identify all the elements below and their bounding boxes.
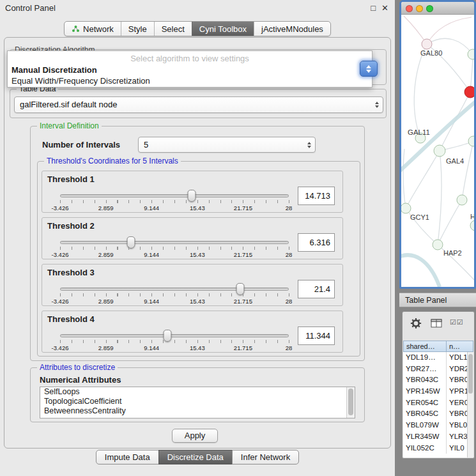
cell-shared-name[interactable]: YIL052C [403, 443, 447, 454]
float-window-icon[interactable]: □ [371, 3, 376, 13]
scale-label: 28 [286, 251, 293, 258]
list-scrollbar[interactable] [346, 387, 355, 418]
node-partial[interactable] [468, 49, 474, 59]
column-header-name[interactable]: n… [447, 341, 473, 352]
table-panel-bar[interactable]: Table Panel [399, 293, 476, 307]
table-row[interactable]: YDR27…YDR2 [403, 364, 473, 375]
threshold-3-box: Threshold 3 -3.426 2.859 9.144 15.43 21.… [42, 264, 343, 306]
list-scrollbar-thumb[interactable] [348, 388, 353, 415]
numerical-attributes-list[interactable]: SelfLoops TopologicalCoefficient Between… [40, 387, 355, 418]
cell-shared-name[interactable]: YDR27… [403, 364, 447, 375]
tab-impute-data[interactable]: Impute Data [96, 450, 159, 464]
table-row[interactable]: YBR045CYBR0 [403, 408, 473, 420]
node-partial[interactable] [457, 195, 467, 205]
tab-cyni-label: Cyni Toolbox [199, 24, 247, 34]
scale-label: 15.43 [190, 204, 205, 211]
table-row[interactable]: YER054CYER0 [403, 397, 473, 409]
cell-shared-name[interactable]: YPR145W [403, 386, 447, 397]
table-rows: YDL19…YDL1 YDR27…YDR2 YBR043CYBR0 YPR145… [403, 352, 473, 457]
scale-label: 9.144 [144, 344, 159, 351]
bottom-tab-bar: Impute Data Discretize Data Infer Networ… [0, 450, 395, 464]
gear-icon[interactable] [410, 318, 422, 329]
threshold-3-slider[interactable] [60, 288, 289, 291]
list-item[interactable]: TopologicalCoefficient [40, 397, 355, 406]
close-window-icon[interactable]: ✕ [381, 3, 388, 13]
table-row[interactable]: YLR345WYLR3 [403, 431, 473, 443]
node-label-partial: H [470, 213, 474, 220]
node-selected-red[interactable] [464, 86, 474, 98]
scale-label: 21.715 [234, 344, 252, 351]
list-item[interactable]: SelfLoops [40, 387, 355, 397]
tab-select[interactable]: Select [154, 22, 192, 36]
tab-infer-network[interactable]: Infer Network [232, 450, 299, 464]
tab-style-label: Style [128, 24, 147, 34]
cell-shared-name[interactable]: YBR045C [403, 408, 447, 420]
row-select-icons[interactable]: ☑☑ [450, 318, 464, 326]
node-label-gal4: GAL4 [446, 157, 464, 165]
tab-jactivemnodules[interactable]: jActiveMNodules [254, 22, 330, 36]
threshold-4-value-field[interactable] [298, 326, 335, 345]
node-hap2[interactable] [433, 240, 443, 250]
tab-select-label: Select [162, 24, 185, 34]
threshold-4-slider[interactable] [60, 334, 289, 337]
columns-icon[interactable] [431, 318, 442, 328]
cell-shared-name[interactable]: YBR043C [403, 374, 447, 386]
tab-network[interactable]: Network [65, 22, 121, 36]
apply-button[interactable]: Apply [172, 429, 218, 443]
node-gcy1[interactable] [401, 203, 411, 213]
tab-cyni-toolbox[interactable]: Cyni Toolbox [192, 22, 254, 36]
node-gal4[interactable] [434, 145, 445, 157]
node-gal80[interactable] [422, 39, 432, 49]
threshold-1-scale: -3.426 2.859 9.144 15.43 21.715 28 [60, 204, 289, 211]
algorithm-combo-stepper[interactable] [360, 61, 378, 77]
zoom-traffic-light-icon[interactable] [426, 5, 433, 12]
table-toolbar: ☑☑ [403, 312, 474, 336]
cell-shared-name[interactable]: YLR345W [403, 431, 447, 443]
algorithm-dropdown-open: Select algorithm to view settings Manual… [7, 50, 372, 88]
table-row[interactable]: YIL052CYIL0 [403, 443, 473, 454]
scale-label: 9.144 [144, 251, 159, 258]
scale-label: 28 [286, 344, 293, 351]
network-canvas[interactable]: GAL80 GAL11 GAL4 GCY1 HAP2 H [401, 15, 474, 287]
tab-network-label: Network [83, 24, 114, 34]
number-of-intervals-value: 5 [144, 137, 301, 152]
cell-shared-name[interactable]: YBL079W [403, 420, 447, 431]
table-row[interactable]: YPR145WYPR1 [403, 386, 473, 397]
cell-shared-name[interactable]: YDL19… [403, 352, 447, 364]
node-partial[interactable] [470, 220, 474, 231]
algorithm-option-manual[interactable]: Manual Discretization [8, 65, 372, 75]
cyni-toolbox-panel: Discretization Algorithm Select algorith… [4, 37, 391, 449]
threshold-2-slider[interactable] [60, 241, 289, 244]
list-item[interactable]: BetweennessCentrality [40, 406, 355, 416]
table-row[interactable]: YBL079WYBL0 [403, 420, 473, 431]
node-partial[interactable] [468, 136, 474, 146]
algorithm-option-equal-width[interactable]: Equal Width/Frequency Discretization [8, 75, 372, 86]
cell-shared-name[interactable]: YER054C [403, 397, 447, 409]
table-header-row: shared… n… [403, 341, 473, 352]
threshold-3-value-field[interactable] [298, 280, 335, 298]
close-traffic-light-icon[interactable] [406, 5, 413, 12]
control-panel-title: Control Panel [5, 3, 56, 13]
number-of-intervals-combo[interactable]: 5 [138, 137, 316, 153]
tab-jactive-label: jActiveMNodules [261, 24, 323, 34]
table-data-combo[interactable]: galFiltered.sif default node [14, 96, 383, 113]
table-scrollbar-thumb[interactable] [468, 354, 473, 394]
table-row[interactable]: YDL19…YDL1 [403, 352, 473, 364]
attributes-group: Attributes to discretize Numerical Attri… [30, 367, 365, 422]
threshold-1-slider[interactable] [60, 194, 289, 197]
tab-style[interactable]: Style [121, 22, 154, 36]
threshold-1-value-field[interactable] [298, 187, 335, 205]
stepper-down-icon [366, 70, 371, 73]
network-graph: GAL80 GAL11 GAL4 GCY1 HAP2 H [401, 15, 474, 287]
number-of-intervals-label: Number of Intervals [42, 140, 120, 150]
threshold-2-box: Threshold 2 -3.426 2.859 9.144 15.43 21.… [42, 217, 343, 259]
scale-label: -3.426 [52, 251, 69, 258]
table-row[interactable]: YBR043CYBR0 [403, 374, 473, 386]
column-header-shared-name[interactable]: shared… [403, 341, 447, 352]
scale-label: 21.715 [234, 251, 252, 258]
minimize-traffic-light-icon[interactable] [416, 5, 423, 12]
tab-discretize-data[interactable]: Discretize Data [158, 450, 233, 464]
interval-definition-label: Interval Definition [37, 121, 102, 130]
table-scrollbar[interactable] [467, 352, 473, 457]
threshold-2-value-field[interactable] [298, 233, 335, 252]
